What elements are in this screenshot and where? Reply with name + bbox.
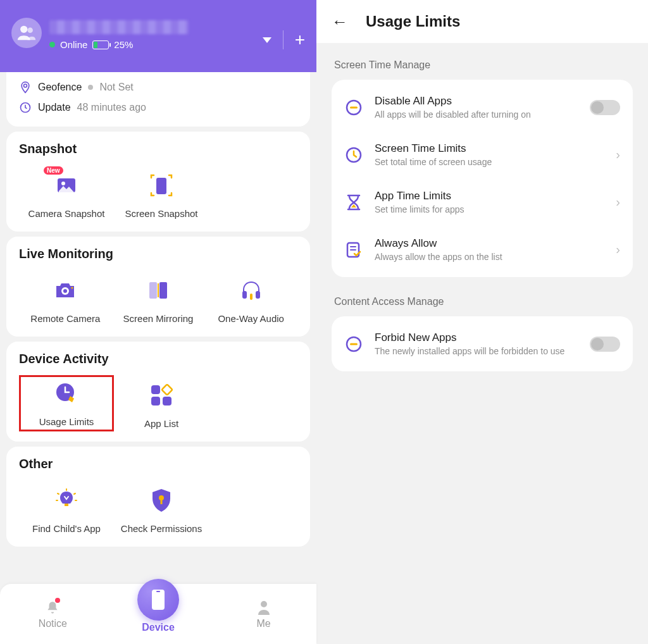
usage-limits-button[interactable]: Usage Limits [19, 375, 114, 431]
child-name-blurred [49, 20, 189, 34]
svg-rect-18 [151, 397, 160, 406]
svg-rect-13 [242, 291, 247, 299]
list-check-icon [344, 240, 363, 259]
screen-snapshot-button[interactable]: Screen Snapshot [114, 168, 209, 219]
app-time-title: App Time Limits [375, 190, 616, 202]
nav-device[interactable]: Device [117, 595, 199, 633]
svg-rect-12 [158, 283, 159, 297]
screen-mirroring-button[interactable]: Screen Mirroring [112, 273, 205, 324]
live-monitoring-card: Live Monitoring Remote Camera [6, 237, 310, 337]
status-card: Geofence Not Set Update 48 minutes ago [6, 72, 310, 127]
screen-mirroring-label: Screen Mirroring [112, 313, 205, 324]
online-dot-icon [49, 42, 55, 47]
section-screen-time: Screen Time Manage [334, 59, 633, 71]
always-allow-row[interactable]: Always Allow Always allow the apps on th… [332, 226, 633, 273]
app-time-limits-row[interactable]: App Time Limits Set time limits for apps… [332, 178, 633, 226]
chevron-right-icon: › [616, 195, 620, 209]
bulb-icon [54, 488, 79, 513]
usage-limits-label: Usage Limits [21, 416, 112, 427]
divider [283, 30, 284, 49]
forbid-new-toggle[interactable] [590, 337, 620, 352]
app-time-sub: Set time limits for apps [375, 204, 616, 214]
svg-rect-19 [163, 397, 171, 406]
svg-rect-17 [151, 385, 160, 394]
svg-rect-11 [159, 282, 167, 299]
bottom-nav: Notice Device Me [0, 584, 316, 644]
screen-time-sub: Set total time of screen usage [375, 157, 616, 167]
update-value: 48 minutes ago [77, 102, 146, 113]
nav-notice-label: Notice [11, 618, 94, 629]
svg-rect-15 [250, 294, 252, 300]
clock-icon [19, 101, 32, 114]
geofence-label: Geofence [38, 82, 82, 93]
nav-notice[interactable]: Notice [11, 599, 94, 629]
svg-point-9 [72, 287, 73, 289]
svg-rect-24 [156, 591, 160, 592]
screen-time-limits-row[interactable]: Screen Time Limits Set total time of scr… [332, 131, 633, 178]
one-way-audio-button[interactable]: One-Way Audio [204, 273, 297, 324]
app-list-label: App List [114, 418, 209, 429]
forbid-icon [344, 335, 363, 354]
remote-camera-button[interactable]: Remote Camera [19, 273, 112, 324]
mirror-icon [146, 280, 171, 301]
check-permissions-button[interactable]: Check Permissions [114, 483, 209, 534]
shield-icon [150, 488, 173, 513]
svg-point-5 [61, 182, 65, 185]
new-badge: New [44, 166, 63, 175]
disable-icon [344, 98, 363, 117]
screen-snapshot-icon [149, 173, 174, 198]
app-list-button[interactable]: App List [114, 378, 209, 429]
disable-all-sub: All apps will be disabled after turning … [375, 109, 590, 120]
disable-all-apps-row[interactable]: Disable All Apps All apps will be disabl… [332, 84, 633, 131]
other-card: Other Find Child's App [6, 447, 310, 547]
page-title: Usage Limits [366, 13, 460, 30]
chevron-right-icon: › [616, 147, 620, 162]
clock-limit-icon [344, 146, 363, 164]
other-title: Other [19, 457, 297, 471]
svg-rect-20 [162, 385, 173, 395]
always-allow-title: Always Allow [375, 237, 616, 250]
content-access-card: Forbid New Apps The newly installed apps… [332, 316, 633, 371]
dot-icon [88, 85, 93, 90]
back-button[interactable]: ← [332, 12, 348, 32]
disable-all-toggle[interactable] [590, 100, 620, 115]
device-screen: Online 25% + Geofence Not Set Update 48 … [0, 0, 316, 644]
svg-point-0 [20, 26, 27, 33]
nav-me[interactable]: Me [223, 599, 305, 629]
camera-snapshot-button[interactable]: New Camera Snapshot [19, 168, 114, 219]
geofence-icon [19, 81, 32, 94]
notification-dot-icon [55, 598, 60, 603]
online-status: Online [60, 39, 87, 50]
forbid-new-apps-row[interactable]: Forbid New Apps The newly installed apps… [332, 320, 633, 368]
chevron-right-icon: › [616, 242, 620, 257]
person-icon [256, 600, 271, 616]
avatar[interactable] [11, 18, 42, 48]
svg-point-25 [261, 601, 267, 607]
forbid-new-title: Forbid New Apps [375, 331, 590, 344]
screen-snapshot-label: Screen Snapshot [114, 208, 209, 219]
svg-point-1 [27, 28, 33, 34]
geofence-status: Not Set [99, 82, 133, 93]
device-header: Online 25% + [0, 0, 316, 72]
headphone-icon [239, 278, 264, 302]
hourglass-icon [344, 193, 363, 212]
screen-time-card: Disable All Apps All apps will be disabl… [332, 80, 633, 277]
battery-level: 25% [114, 39, 133, 50]
usage-limits-icon [54, 381, 79, 406]
screen-time-title: Screen Time Limits [375, 142, 616, 155]
svg-point-2 [24, 84, 27, 87]
svg-point-8 [63, 289, 67, 293]
usage-limits-screen: ← Usage Limits Screen Time Manage Disabl… [316, 0, 648, 644]
live-title: Live Monitoring [19, 247, 297, 261]
add-child-button[interactable]: + [295, 31, 305, 49]
nav-me-label: Me [223, 618, 305, 629]
svg-rect-27 [350, 106, 358, 108]
snapshot-card: Snapshot New Camera Snapshot [6, 132, 310, 232]
find-child-app-button[interactable]: Find Child's App [19, 483, 114, 534]
camera-snapshot-label: Camera Snapshot [19, 208, 114, 219]
child-switch-dropdown[interactable] [263, 37, 271, 43]
always-allow-sub: Always allow the apps on the list [375, 252, 616, 262]
find-child-label: Find Child's App [19, 523, 114, 534]
disable-all-title: Disable All Apps [375, 95, 590, 108]
camera-icon [53, 280, 78, 301]
